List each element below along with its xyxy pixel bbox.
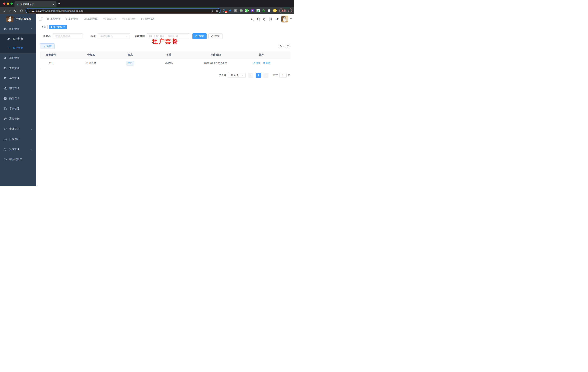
top-nav-report[interactable]: 统计报表 [139,17,157,21]
top-nav-system[interactable]: 系统管理 [45,17,62,21]
sidebar-item-audit-log[interactable]: 审计日志 ⌄ [0,124,36,134]
y-extension-icon[interactable]: y [245,9,249,12]
dictionary-book-icon [4,107,7,110]
add-button[interactable]: ＋ 新增 [40,43,54,49]
date-start-placeholder[interactable]: 开始日期 [154,35,164,38]
tree-table-icon [4,77,7,80]
command-extension-icon[interactable]: ⌘ [233,9,238,12]
avatar-caret-icon[interactable] [290,19,292,20]
tag-close-icon[interactable]: ✕ [63,26,65,28]
share-icon[interactable] [210,10,213,12]
goto-page-input[interactable] [279,73,287,78]
macos-traffic-lights [3,2,13,5]
page-size-select[interactable]: 10条/页 ⌄ [228,73,246,78]
gray-circle-extension-icon[interactable] [239,9,243,12]
back-button[interactable] [2,9,6,13]
users-icon [4,28,7,31]
extension-icon[interactable]: 10 [222,9,226,12]
status-filter-select[interactable]: 请选择状态 ⌄ [98,33,130,39]
flag-extension-icon[interactable] [256,9,260,12]
page-number-button[interactable]: 1 [256,73,261,78]
sidebar-item-post-management[interactable]: 岗位管理 [0,94,36,104]
date-range-picker[interactable]: 开始日期 - 结束日期 [147,33,190,39]
user-avatar[interactable]: 639:70 [281,16,288,22]
top-nav-workflow[interactable]: 工作流程 [120,17,137,21]
show-search-toggle-button[interactable] [278,44,284,49]
table-header-row: 套餐编号 套餐名 状态 备注 创建时间 操作 [40,52,290,58]
refresh-table-button[interactable] [285,44,290,49]
search-icon[interactable] [251,18,254,21]
sidebar-item-tenant-list[interactable]: 租户列表 [0,34,36,43]
star-extension-icon[interactable] [262,9,266,12]
search-button[interactable]: 搜索 [192,33,207,39]
profile-avatar-emoji[interactable] [273,9,277,12]
name-filter-input[interactable] [55,35,80,38]
date-end-placeholder[interactable]: 结束日期 [168,35,178,38]
sidebar-item-tenant-management[interactable]: 租户管理 ⌃ [0,24,36,34]
sidebar-logo[interactable]: 芋道管理系统 [0,14,36,24]
toolbox-icon [103,18,105,20]
favicon-plant-icon [16,3,19,6]
new-tab-button[interactable]: + [58,2,60,5]
badge-icon [4,97,7,100]
sidebar-item-error-code[interactable]: 错误码管理 [0,154,36,164]
cell-package-id: 111 [40,58,62,68]
reset-button[interactable]: 重置 [208,33,222,39]
extensions-puzzle-icon[interactable] [267,9,271,12]
code-icon [4,158,7,160]
sidebar-submenu-tenant: 租户列表 租户套餐 [0,34,36,53]
svg-text:⌘: ⌘ [235,10,237,12]
tag-home[interactable]: 首页 [40,25,48,29]
sidebar-item-sms-management[interactable]: 短信管理 ⌄ [0,144,36,154]
col-header-actions: 操作 [233,52,290,58]
sidebar-item-role-management[interactable]: 角色管理 [0,63,36,73]
gem-extension-icon[interactable] [228,9,232,12]
shield-extension-icon[interactable] [250,9,254,12]
url-bar[interactable]: i 127.0.0.1:48080/admin-ui/system/tenant… [26,8,220,13]
delete-link[interactable]: 删除 [263,62,271,65]
browser-tab[interactable]: 芋道管理系统 ✕ [14,1,56,7]
gear-icon [47,18,49,21]
reload-button[interactable] [13,9,17,13]
bookmark-star-icon[interactable] [216,10,218,12]
browser-update-button[interactable]: 更新 ⋮ [279,8,292,13]
toolbox-icon [122,18,125,20]
fullscreen-icon[interactable] [269,17,273,21]
sidebar-item-label: 短信管理 [9,148,19,151]
site-info-icon[interactable]: i [28,10,30,12]
github-icon[interactable] [257,17,260,21]
top-nav-payment[interactable]: ¥ 支付管理 [64,17,80,21]
top-nav-infra[interactable]: 基础设施 [82,17,99,21]
prev-page-button[interactable]: ‹ [248,73,253,78]
zoom-window-button[interactable] [10,2,13,5]
sidebar-item-label: 租户套餐 [13,47,23,50]
top-nav-dev-tools[interactable]: 研发工具 [101,17,118,21]
tag-tenant-package[interactable]: 租户套餐 ✕ [49,25,67,29]
peoples-icon [7,47,10,49]
sidebar-item-menu-management[interactable]: 菜单管理 [0,73,36,83]
sidebar-item-notice[interactable]: 通知公告 [0,114,36,124]
calendar-icon [149,35,152,37]
next-page-button[interactable]: › [263,73,268,78]
forward-button[interactable] [8,9,12,13]
help-icon[interactable] [263,18,266,21]
sidebar-item-user-management[interactable]: 用户管理 [0,53,36,63]
minimize-window-button[interactable] [7,2,9,5]
name-filter-input-wrap [53,33,83,39]
sidebar-item-dept-management[interactable]: 部门管理 [0,83,36,94]
font-size-icon[interactable]: ᴛT [275,18,278,21]
sidebar-item-tenant-package[interactable]: 租户套餐 [0,43,36,53]
header-actions: ᴛT 639:70 [251,14,292,24]
tab-title: 芋道管理系统 [20,3,51,6]
edit-link[interactable]: 修改 [253,62,260,65]
browser-menu-kebab-icon[interactable]: ⋮ [287,10,290,12]
user-icon [4,57,7,59]
sidebar-item-dict-management[interactable]: 字典管理 [0,104,36,114]
url-text[interactable]: 127.0.0.1:48080/admin-ui/system/tenant/p… [32,10,210,12]
collapse-sidebar-icon[interactable] [39,18,42,21]
home-button[interactable] [19,9,23,13]
sidebar-item-online-users[interactable]: 在线用户 [0,134,36,144]
tab-close-icon[interactable]: ✕ [53,3,55,6]
close-window-button[interactable] [3,2,5,5]
top-nav: 系统管理 ¥ 支付管理 基础设施 研发工具 [45,17,157,21]
